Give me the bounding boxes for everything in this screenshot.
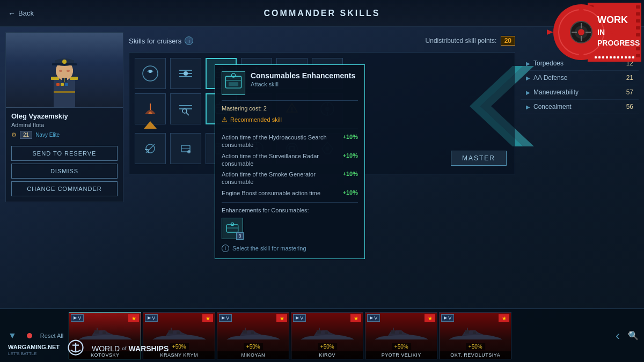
category-item-2[interactable]: ▶ Maneuverability 57	[521, 85, 639, 100]
ship-level-icon-1: ▶	[148, 315, 151, 320]
category-arrow-1: ▶	[526, 75, 530, 81]
stat-row-0: Action time of the Hydroacoustic Search …	[222, 134, 358, 149]
tooltip-header: Consumables Enhancements Attack skill	[222, 71, 358, 95]
skill-tooltip: Consumables Enhancements Attack skill Ma…	[215, 64, 365, 259]
stat-label-3: Engine Boost consumable action time	[222, 189, 343, 197]
master-button[interactable]: MASTER	[451, 151, 507, 166]
svg-rect-122	[177, 331, 180, 334]
svg-rect-30	[598, 56, 601, 58]
wg-sub-text: LET'S BATTLE	[8, 351, 60, 356]
ship-bonus-5: +50%	[466, 343, 485, 350]
tooltip-footer: i Select the skill for mastering	[222, 245, 358, 252]
svg-text:★: ★	[502, 315, 507, 321]
svg-text:PROGRESS: PROGRESS	[597, 39, 640, 47]
recommended-icon: ⚠	[222, 116, 228, 123]
svg-rect-9	[636, 5, 640, 9]
svg-rect-53	[71, 69, 73, 73]
svg-rect-46	[54, 91, 75, 93]
filter-icon[interactable]: ▼	[3, 331, 22, 341]
stat-label-2: Action time of the Smoke Generator consu…	[222, 171, 343, 186]
ship-level-0: V	[78, 315, 81, 321]
tooltip-skill-type: Attack skill	[251, 81, 358, 87]
nav-prev-arrow[interactable]: ‹	[613, 328, 623, 343]
svg-text:IN: IN	[597, 28, 605, 36]
svg-rect-10	[636, 12, 640, 16]
ship-card-5[interactable]: ▶ V ★ +50% OKT. REVOLUTSIYA	[439, 312, 511, 359]
undistributed-text: Undistributed skill points:	[426, 37, 497, 45]
ship-name-4: PYOTR VELIKIY	[365, 351, 437, 359]
skill-icon-4-1[interactable]	[135, 133, 166, 164]
wow-of-text: of	[122, 346, 127, 351]
ship-bonus-1: +50%	[170, 343, 189, 350]
ship-level-icon-5: ▶	[444, 315, 447, 320]
svg-text:★: ★	[428, 315, 433, 321]
svg-rect-45	[65, 83, 68, 86]
ship-card-4[interactable]: ▶ V ★ +50% PYOTR VELIKIY	[365, 312, 437, 359]
svg-rect-136	[391, 330, 395, 334]
ship-level-5: V	[448, 315, 451, 321]
svg-rect-36	[621, 56, 623, 58]
svg-rect-13	[636, 33, 640, 36]
skill-icon-2-2[interactable]	[170, 93, 201, 124]
ship-card-3[interactable]: ▶ V ★ +50% KIROV	[291, 312, 363, 359]
ship-name-2: MIKOYAN	[217, 351, 289, 359]
skill-icon-1-2[interactable]	[170, 58, 201, 89]
svg-rect-29	[595, 56, 597, 58]
search-icon[interactable]: 🔍	[623, 330, 644, 341]
stat-value-3: +10%	[343, 189, 358, 196]
back-button[interactable]: Back	[8, 9, 34, 18]
wow-world-text: WORLD	[92, 344, 120, 353]
skill-icon-1-1[interactable]	[135, 58, 166, 89]
category-value-3: 56	[626, 103, 633, 110]
skill-points-count: 20	[501, 36, 515, 46]
svg-text:★: ★	[131, 315, 136, 321]
commander-panel: Oleg Vyazemskiy Admiral flota ⚙ 21 Navy …	[5, 32, 123, 202]
svg-rect-42	[70, 77, 78, 80]
commander-level: ⚙ 21 Navy Elite	[11, 131, 118, 139]
commander-name: Oleg Vyazemskiy	[11, 112, 118, 120]
category-arrow-0: ▶	[526, 61, 530, 67]
enhancements-label: Enhancements for Consumables:	[222, 207, 358, 213]
svg-rect-116	[94, 330, 99, 334]
tooltip-skill-icon	[222, 71, 245, 95]
footer-circle-icon: i	[222, 245, 229, 252]
ship-bonus-3: +50%	[318, 343, 337, 350]
svg-rect-131	[317, 330, 321, 334]
category-item-3[interactable]: ▶ Concealment 56	[521, 100, 639, 114]
svg-rect-44	[61, 83, 64, 86]
reset-all-button[interactable]: Reset All	[35, 333, 69, 339]
categories-container: ▶ Torpedoes 12 ▶ AA Defense 21 ▶ Maneuve…	[521, 56, 639, 114]
svg-line-79	[186, 113, 189, 115]
wow-anchor-icon	[68, 339, 84, 356]
ship-level-icon-4: ▶	[370, 315, 373, 320]
category-item-1[interactable]: ▶ AA Defense 21	[521, 71, 639, 85]
skill-icon-2-1[interactable]	[135, 93, 166, 124]
dismiss-button[interactable]: DISMISS	[11, 164, 118, 179]
svg-rect-43	[56, 83, 60, 86]
svg-rect-16	[636, 54, 640, 57]
commander-portrait	[6, 33, 123, 108]
ship-card-2[interactable]: ▶ V ★ +50% MIKOYAN	[217, 312, 289, 359]
send-to-reserve-button[interactable]: SEND TO RESERVE	[11, 146, 118, 161]
svg-point-54	[59, 70, 62, 72]
svg-rect-31	[602, 56, 604, 58]
stat-value-1: +10%	[343, 152, 358, 159]
category-value-2: 57	[626, 88, 633, 96]
skills-info-icon[interactable]: i	[185, 36, 193, 45]
change-commander-button[interactable]: CHANGE COMMANDER	[11, 181, 118, 196]
svg-rect-141	[465, 330, 469, 334]
ship-bonus-2: +50%	[244, 343, 263, 350]
svg-rect-126	[243, 330, 247, 334]
stat-label-0: Action time of the Hydroacoustic Search …	[222, 134, 343, 149]
tooltip-footer-text: Select the skill for mastering	[232, 245, 306, 252]
svg-point-59	[149, 70, 152, 73]
skill-icon-4-2[interactable]	[170, 133, 201, 164]
ship-level-1: V	[152, 315, 155, 321]
svg-rect-12	[636, 26, 640, 29]
svg-text:★: ★	[280, 315, 284, 321]
page-title: COMMANDER SKILLS	[264, 9, 380, 18]
navy-elite-label: Navy Elite	[35, 132, 60, 138]
stat-value-0: +10%	[343, 134, 358, 140]
recommended-badge: ⚠ Recommended skill	[222, 116, 358, 123]
stat-label-1: Action time of the Surveillance Radar co…	[222, 152, 343, 168]
